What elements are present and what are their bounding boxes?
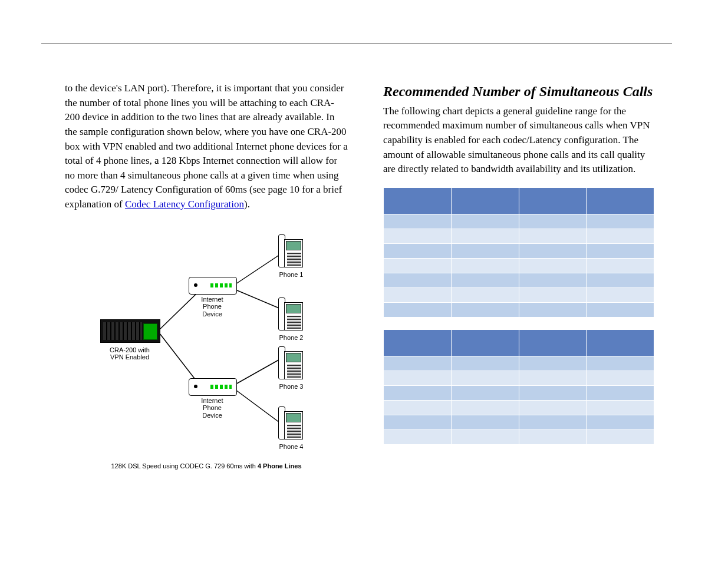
table-cell — [587, 244, 654, 259]
table-cell — [519, 386, 587, 401]
table-cell — [384, 288, 452, 303]
table-row — [384, 214, 654, 229]
table-cell — [587, 229, 654, 244]
section-body: The following chart depicts a general gu… — [383, 104, 654, 177]
table-cell — [519, 273, 587, 288]
ata-label-top: Internet Phone Device — [189, 296, 236, 318]
ata-label-bottom: Internet Phone Device — [189, 397, 236, 419]
table-cell — [451, 401, 519, 415]
right-column: Recommended Number of Simultaneous Calls… — [383, 81, 654, 483]
phone-icon — [278, 346, 303, 378]
table-cell — [587, 401, 654, 415]
table-cell — [587, 214, 654, 229]
table-row — [384, 288, 654, 303]
table-cell — [384, 401, 452, 415]
body-text-tail: ). — [244, 199, 250, 210]
phone-icon — [278, 406, 303, 438]
table-cell — [519, 244, 587, 259]
table-row — [384, 259, 654, 273]
table-cell — [587, 430, 654, 445]
table-cell — [519, 401, 587, 415]
table-cell — [519, 430, 587, 445]
table-cell — [519, 371, 587, 386]
recommendation-table-2 — [383, 329, 654, 445]
table-row — [384, 386, 654, 401]
left-column: to the device's LAN port). Therefore, it… — [65, 81, 348, 483]
table-row — [384, 415, 654, 430]
table-cell — [451, 303, 519, 318]
cra200-device-icon — [100, 319, 160, 343]
table-cell — [587, 259, 654, 273]
codec-latency-link[interactable]: Codec Latency Configuration — [125, 199, 244, 210]
table-cell — [587, 273, 654, 288]
phone4-label: Phone 4 — [275, 443, 308, 451]
table-cell — [451, 386, 519, 401]
table-cell — [451, 273, 519, 288]
table-cell — [519, 303, 587, 318]
table-row — [384, 303, 654, 318]
table-cell — [384, 259, 452, 273]
table-cell — [384, 430, 452, 445]
table-cell — [451, 214, 519, 229]
internet-phone-device-icon — [189, 277, 237, 295]
table-row — [384, 229, 654, 244]
body-text: to the device's LAN port). Therefore, it… — [65, 82, 348, 210]
table-cell — [519, 259, 587, 273]
table-cell — [587, 415, 654, 430]
table-cell — [384, 371, 452, 386]
table-cell — [451, 288, 519, 303]
table-cell — [384, 386, 452, 401]
table-cell — [451, 259, 519, 273]
table-cell — [451, 430, 519, 445]
table-cell — [519, 288, 587, 303]
table-cell — [384, 273, 452, 288]
cra200-label: CRA-200 with VPN Enabled — [100, 346, 159, 361]
table-cell — [384, 303, 452, 318]
table-cell — [451, 356, 519, 371]
body-paragraph: to the device's LAN port). Therefore, it… — [65, 81, 348, 212]
table-cell — [384, 415, 452, 430]
document-page: to the device's LAN port). Therefore, it… — [0, 0, 728, 562]
table-cell — [519, 356, 587, 371]
phone-icon — [278, 297, 303, 329]
internet-phone-device-icon — [189, 378, 237, 396]
table-row — [384, 430, 654, 445]
phone3-label: Phone 3 — [275, 383, 308, 391]
table-cell — [519, 229, 587, 244]
recommendation-table-1 — [383, 187, 654, 318]
phone-icon — [278, 234, 303, 266]
header-rule — [41, 44, 672, 44]
phone1-label: Phone 1 — [275, 271, 308, 279]
table-cell — [384, 229, 452, 244]
section-heading: Recommended Number of Simultaneous Calls — [383, 81, 654, 102]
table-cell — [384, 356, 452, 371]
diagram-caption: 128K DSL Speed using CODEC G. 729 60ms w… — [65, 462, 348, 471]
table-cell — [587, 288, 654, 303]
table-cell — [384, 244, 452, 259]
table-cell — [451, 229, 519, 244]
table-cell — [451, 415, 519, 430]
table-cell — [587, 356, 654, 371]
table-cell — [519, 415, 587, 430]
table-row — [384, 356, 654, 371]
phone2-label: Phone 2 — [275, 334, 308, 342]
table-cell — [587, 371, 654, 386]
table-cell — [384, 214, 452, 229]
table-row — [384, 244, 654, 259]
table-row — [384, 273, 654, 288]
two-column-layout: to the device's LAN port). Therefore, it… — [65, 81, 651, 483]
table-row — [384, 401, 654, 415]
table-cell — [587, 303, 654, 318]
table-cell — [451, 371, 519, 386]
table-cell — [451, 244, 519, 259]
table-cell — [519, 214, 587, 229]
table-row — [384, 371, 654, 386]
table-cell — [587, 386, 654, 401]
network-diagram: CRA-200 with VPN Enabled Internet Phone … — [65, 230, 348, 483]
